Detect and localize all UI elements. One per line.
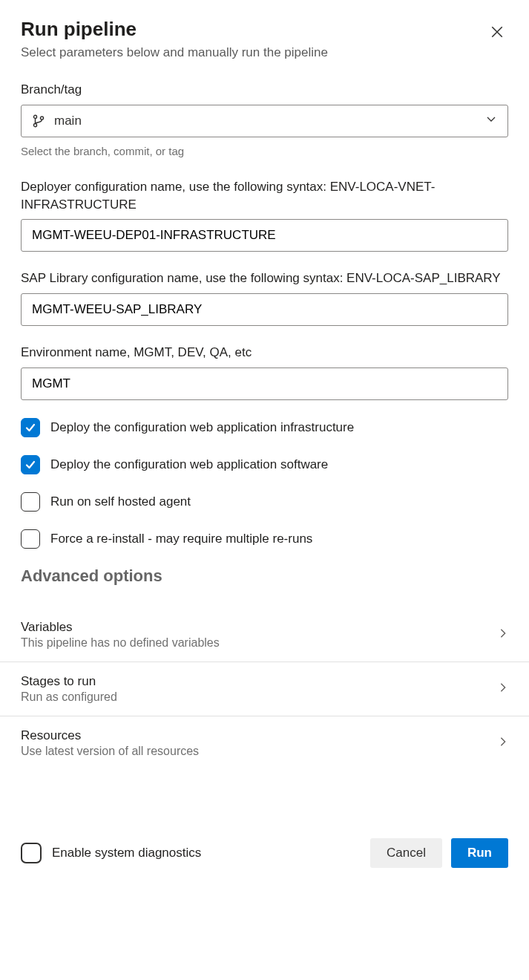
branch-dropdown[interactable]: main [21,105,508,137]
close-button[interactable] [486,21,508,45]
svg-point-0 [33,115,36,118]
checkbox-label: Deploy the configuration web application… [50,457,328,472]
advanced-row-sub: Run as configured [21,690,117,704]
panel-title: Run pipeline [21,18,137,41]
branch-value: main [54,114,485,128]
env-label: Environment name, MGMT, DEV, QA, etc [21,344,508,362]
checkbox-force-reinstall[interactable]: Force a re-install - may require multipl… [21,529,508,549]
advanced-row-sub: Use latest version of all resources [21,745,199,758]
advanced-stages[interactable]: Stages to run Run as configured [0,662,529,716]
advanced-row-title: Resources [21,728,199,743]
close-icon [490,30,504,41]
advanced-resources[interactable]: Resources Use latest version of all reso… [0,716,529,770]
checkbox-deploy-sw[interactable]: Deploy the configuration web application… [21,455,508,474]
chevron-down-icon [485,113,497,128]
advanced-heading: Advanced options [21,566,508,586]
svg-point-2 [40,117,43,120]
check-icon [21,418,40,437]
checkbox-label: Enable system diagnostics [52,846,201,860]
advanced-row-title: Variables [21,620,220,635]
checkbox-deploy-infra[interactable]: Deploy the configuration web application… [21,418,508,437]
cancel-button[interactable]: Cancel [370,838,442,868]
advanced-row-title: Stages to run [21,674,117,689]
saplib-label: SAP Library configuration name, use the … [21,270,508,287]
saplib-input[interactable] [21,293,508,326]
check-icon [21,455,40,474]
run-button[interactable]: Run [451,838,508,868]
advanced-variables[interactable]: Variables This pipeline has no defined v… [0,608,529,662]
checkbox-label: Run on self hosted agent [50,494,191,509]
branch-icon [32,114,45,128]
chevron-right-icon [498,682,508,696]
checkbox-system-diagnostics[interactable]: Enable system diagnostics [21,843,201,863]
branch-label: Branch/tag [21,81,508,99]
branch-hint: Select the branch, commit, or tag [21,145,508,157]
checkbox-label: Force a re-install - may require multipl… [50,532,312,546]
deployer-input[interactable] [21,219,508,252]
panel-subtitle: Select parameters below and manually run… [21,45,508,60]
svg-point-1 [33,123,36,126]
chevron-right-icon [498,628,508,641]
check-icon [21,492,40,512]
check-icon [21,843,42,863]
checkbox-self-hosted[interactable]: Run on self hosted agent [21,492,508,512]
env-input[interactable] [21,368,508,400]
deployer-label: Deployer configuration name, use the fol… [21,178,508,214]
advanced-row-sub: This pipeline has no defined variables [21,636,220,650]
check-icon [21,529,40,549]
checkbox-label: Deploy the configuration web application… [50,420,354,435]
chevron-right-icon [498,736,508,750]
